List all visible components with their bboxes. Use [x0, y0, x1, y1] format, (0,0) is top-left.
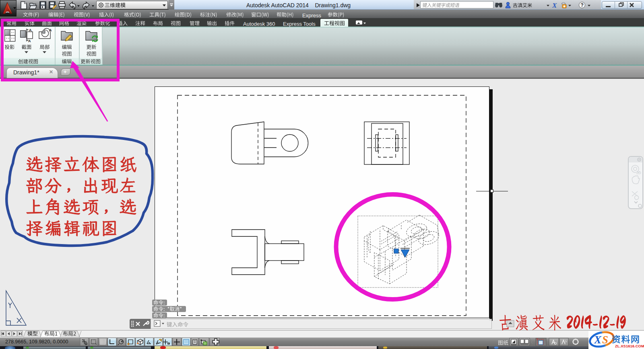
svg-text:A: A — [49, 28, 52, 32]
svg-text:X: X — [594, 334, 602, 346]
svg-text:ZL.XS1616.COM: ZL.XS1616.COM — [615, 344, 644, 348]
svg-text:A: A — [29, 28, 32, 32]
svg-text:?: ? — [581, 2, 584, 8]
svg-text:S: S — [602, 334, 608, 346]
svg-text:2D: 2D — [636, 171, 641, 175]
svg-text:X: X — [552, 2, 557, 9]
svg-text:A: A — [28, 39, 31, 43]
